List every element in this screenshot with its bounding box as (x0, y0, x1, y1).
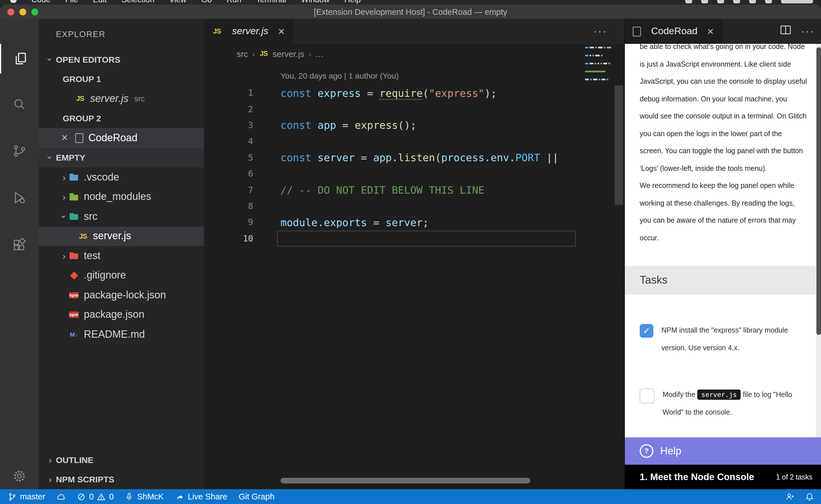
menubar-clock[interactable] (781, 0, 813, 3)
workspace-header[interactable]: › EMPTY (39, 148, 204, 167)
minimap-line (585, 59, 611, 60)
open-editor-coderoad[interactable]: ×CodeRoad (39, 128, 204, 148)
menubar-extra-icon[interactable] (749, 0, 756, 3)
run-debug-icon[interactable] (0, 183, 39, 212)
line-number: 2 (204, 104, 253, 114)
breadcrumb-file[interactable]: server.js (273, 49, 305, 58)
task-label: Modify the server.js file to log "Hello … (663, 386, 814, 421)
tree-item-src[interactable]: ›src (39, 207, 204, 226)
code-line-5[interactable]: 5const server = app.listen(process.env.P… (204, 149, 624, 166)
codelens-annotation[interactable]: You, 20 days ago | 1 author (You) (204, 63, 624, 80)
menu-item-selection[interactable]: Selection (121, 0, 154, 4)
npm-icon: npm (69, 312, 79, 318)
notifications-bell-icon[interactable] (805, 492, 814, 501)
live-share-status[interactable]: Live Share (175, 492, 227, 501)
line-number: 10 (204, 233, 253, 243)
editor-more-actions-icon[interactable]: ··· (593, 19, 607, 44)
task-checkbox-unchecked[interactable] (640, 388, 655, 403)
vscode-window: CodeFileEditSelectionViewGoRunTerminalWi… (0, 0, 821, 504)
close-tab-icon[interactable]: × (707, 25, 714, 38)
tree-item-label: package.json (84, 309, 144, 321)
tree-item-package-json[interactable]: npmpackage.json (39, 305, 204, 325)
outline-label: OUTLINE (56, 455, 93, 465)
outline-header[interactable]: › OUTLINE (39, 450, 204, 470)
code-line-1[interactable]: 1const express = require("express"); (204, 85, 624, 101)
extensions-icon[interactable] (0, 231, 39, 260)
menubar-extra-icon[interactable] (701, 0, 708, 3)
code-line-7[interactable]: 7// -- DO NOT EDIT BELOW THIS LINE (204, 182, 624, 198)
panel-more-actions-icon[interactable]: ··· (801, 25, 815, 37)
coderoad-user-status[interactable]: ShMcK (125, 492, 164, 501)
menubar-extra-icon[interactable] (717, 0, 724, 3)
minimize-window-button[interactable] (19, 9, 26, 15)
breadcrumb-src[interactable]: src (237, 49, 248, 58)
menu-item-go[interactable]: Go (201, 0, 212, 4)
tree-item-test[interactable]: ›test (39, 246, 204, 266)
tree-item-package-lock-json[interactable]: npmpackage-lock.json (39, 285, 204, 305)
menu-item-run[interactable]: Run (227, 0, 241, 4)
code-line-10[interactable]: 10 (204, 230, 624, 247)
open-editors-header[interactable]: › OPEN EDITORS (39, 50, 204, 69)
code-line-6[interactable]: 6 (204, 166, 624, 182)
apple-menu-icon[interactable] (10, 0, 17, 3)
lesson-text-line: JavaScript, you can use the console to d… (640, 73, 812, 90)
menu-item-view[interactable]: View (169, 0, 186, 4)
npm-scripts-header[interactable]: › NPM SCRIPTS (39, 470, 204, 489)
code-line-9[interactable]: 9module.exports = server; (204, 214, 624, 230)
live-share-invite-icon[interactable] (786, 492, 795, 501)
chevron-right-icon: › (44, 475, 56, 484)
breadcrumb-symbol[interactable]: … (315, 49, 324, 58)
tree-item-vscode[interactable]: ›.vscode (39, 167, 204, 187)
panel-scrollbar[interactable] (816, 44, 821, 437)
editor-tab-bar: JS server.js × ··· (204, 19, 624, 44)
menu-item-edit[interactable]: Edit (93, 0, 107, 4)
zoom-window-button[interactable] (31, 9, 38, 15)
minimap[interactable] (585, 47, 611, 87)
close-window-button[interactable] (7, 9, 14, 15)
tree-item-node-modules[interactable]: ›node_modules (39, 187, 204, 207)
explorer-icon[interactable] (0, 44, 40, 73)
code-line-2[interactable]: 2 (204, 101, 624, 117)
editor-horizontal-scrollbar[interactable] (281, 478, 530, 483)
help-button[interactable]: ? Help (625, 437, 821, 465)
menubar-extra-icon[interactable] (765, 0, 772, 3)
menubar-extra-icon[interactable] (685, 0, 692, 3)
menu-item-window[interactable]: Window (301, 0, 330, 4)
menu-item-terminal[interactable]: Terminal (256, 0, 286, 4)
open-editor-server-js[interactable]: JSserver.jssrc (39, 89, 204, 108)
file-icon (633, 26, 641, 36)
editor-vertical-scrollbar[interactable] (614, 85, 623, 205)
tree-item-gitignore[interactable]: .gitignore (39, 266, 204, 285)
menu-item-file[interactable]: File (65, 0, 78, 4)
menu-item-help[interactable]: Help (344, 0, 361, 4)
line-number: 3 (204, 120, 253, 130)
file-tree: ›.vscode›node_modules›srcJSserver.js›tes… (39, 167, 204, 344)
tab-server-js[interactable]: JS server.js × (204, 19, 293, 44)
minimap-line (585, 71, 611, 72)
tree-item-server-js[interactable]: JSserver.js (39, 226, 204, 246)
menu-item-code[interactable]: Code (31, 0, 50, 4)
tab-coderoad[interactable]: CodeRoad × (625, 19, 722, 44)
close-editor-icon[interactable]: × (62, 132, 75, 144)
settings-gear-icon[interactable] (0, 469, 39, 483)
chevron-icon: › (59, 212, 69, 222)
lesson-text-line: ‘Logs’ (lower-left, inside the tools men… (640, 160, 812, 177)
sync-status[interactable] (57, 492, 66, 501)
search-icon[interactable] (0, 89, 39, 119)
code-line-8[interactable]: 8 (204, 198, 624, 214)
problems-status[interactable]: 0 0 (77, 492, 114, 501)
tree-item-label: server.js (93, 230, 131, 242)
git-graph-status[interactable]: Git Graph (239, 492, 275, 501)
lesson-header[interactable]: 1. Meet the Node Console 1 of 2 tasks (625, 465, 821, 489)
code-line-4[interactable]: 4 (204, 133, 624, 149)
microphone-icon (125, 492, 134, 501)
source-control-icon[interactable] (0, 136, 39, 166)
split-editor-icon[interactable] (779, 24, 792, 39)
code-line-3[interactable]: 3const app = express(); (204, 117, 624, 134)
git-branch-status[interactable]: master (8, 492, 45, 501)
tree-item-readme-md[interactable]: M↓README.md (39, 325, 204, 344)
menubar-extra-icon[interactable] (733, 0, 740, 3)
close-tab-icon[interactable]: × (278, 25, 285, 38)
task-checkbox-checked[interactable]: ✓ (640, 324, 654, 338)
code-editor[interactable]: 1const express = require("express");23co… (204, 80, 624, 247)
